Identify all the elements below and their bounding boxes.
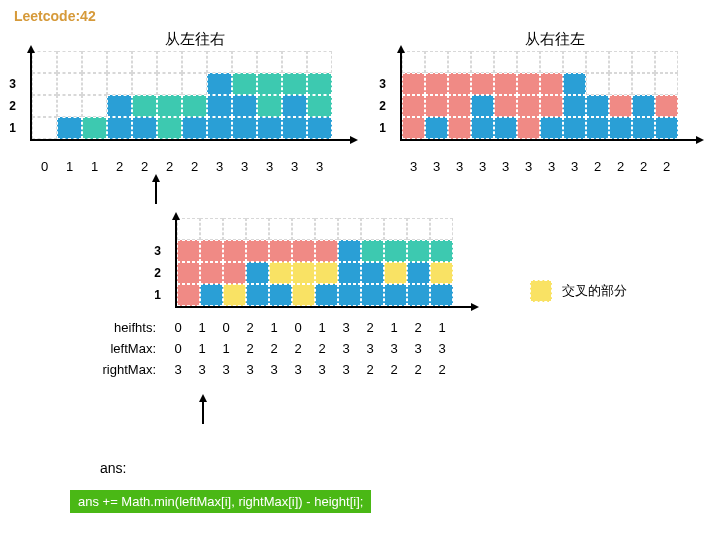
table-row: leftMax:011222233333 <box>86 341 454 356</box>
chart3-grid: 123 <box>175 220 471 308</box>
chart1-grid: 123 011222233333 <box>30 53 350 141</box>
formula-box: ans += Math.min(leftMax[i], rightMax[i])… <box>70 490 371 513</box>
table-row: rightMax:333333332222 <box>86 362 454 377</box>
legend: 交叉的部分 <box>530 280 627 302</box>
data-table: heifhts:010210132121leftMax:011222233333… <box>86 320 454 383</box>
chart1-title: 从左往右 <box>30 30 360 49</box>
chart-combined: 123 <box>175 220 485 308</box>
chart2-title: 从右往左 <box>400 30 710 49</box>
chart-right-to-left: 从右往左 123 333333332222 <box>400 30 710 141</box>
legend-swatch <box>530 280 552 302</box>
legend-label: 交叉的部分 <box>562 282 627 300</box>
chart1-pointer <box>155 180 157 204</box>
pointer-arrow <box>202 400 204 424</box>
page-title: Leetcode:42 <box>14 8 96 24</box>
chart-left-to-right: 从左往右 123 011222233333 <box>30 30 360 141</box>
ans-label: ans: <box>100 460 126 476</box>
chart2-grid: 123 333333332222 <box>400 53 696 141</box>
table-row: heifhts:010210132121 <box>86 320 454 335</box>
